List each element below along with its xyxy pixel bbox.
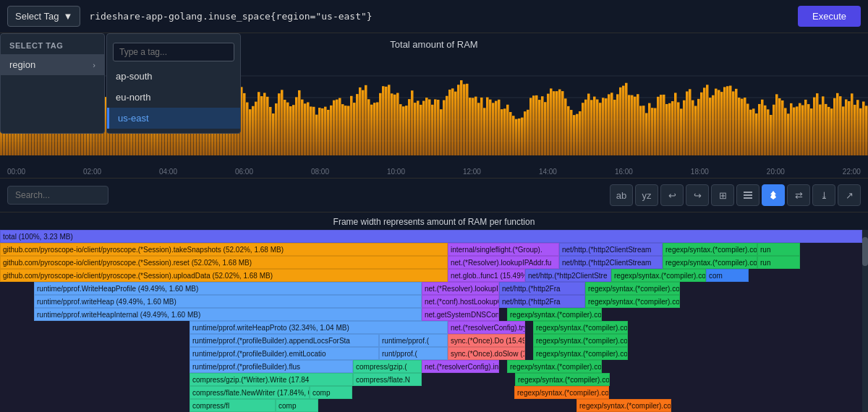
flame-block[interactable]: [422, 373, 430, 386]
flame-block[interactable]: [507, 373, 515, 386]
flame-block[interactable]: regexp/syntax.(*compiler).compil: [611, 269, 706, 282]
flame-block[interactable]: github.com/pyroscope-io/client/pyroscope…: [0, 269, 448, 282]
toolbar-download-button[interactable]: ⤓: [812, 184, 835, 206]
query-input[interactable]: [86, 7, 792, 26]
flame-block[interactable]: [499, 360, 507, 373]
flame-block[interactable]: regexp/syntax.(*compiler).compil: [576, 399, 671, 412]
toolbar-share-button[interactable]: ↗: [838, 184, 861, 206]
dropdown-header: SELECT TAG: [1, 38, 104, 54]
flame-block[interactable]: compress/fl: [190, 399, 276, 412]
flame-block[interactable]: sync.(*Once).doSlow (15.49%, 0.: [448, 347, 525, 360]
toolbar-ab-button[interactable]: ab: [610, 184, 633, 206]
flame-block[interactable]: [430, 373, 507, 386]
flame-block[interactable]: compress/gzip.(*Writer).Write (17.84: [190, 373, 353, 386]
toolbar-redo-button[interactable]: ↪: [686, 184, 709, 206]
flame-block[interactable]: regexp/syntax.(*compiler).compil: [514, 386, 609, 399]
flame-block[interactable]: net/http.(*http2ClientStream: [559, 243, 663, 256]
select-tag-button[interactable]: Select Tag ▼: [7, 6, 80, 27]
flame-block[interactable]: runtime/pprof.writeHeapInternal (49.49%,…: [34, 308, 422, 321]
flame-block[interactable]: regexp/syntax.(*compiler).compil: [507, 308, 602, 321]
flame-block[interactable]: [525, 334, 533, 347]
flame-block[interactable]: regexp/syntax.(*compiler).compil: [585, 295, 680, 308]
flame-block[interactable]: regexp/syntax.(*compiler).compil: [533, 321, 628, 334]
flame-block[interactable]: [0, 334, 190, 347]
svg-rect-152: [428, 99, 431, 155]
flame-block[interactable]: runtime/pprof.writeHeapProto (32.34%, 1.…: [190, 321, 448, 334]
flame-block[interactable]: com: [706, 269, 749, 282]
flame-block[interactable]: net/http.(*http2ClientStre: [525, 269, 611, 282]
flame-block[interactable]: github.com/pyroscope-io/client/pyroscope…: [0, 256, 448, 269]
tag-option-eu-north[interactable]: eu-north: [107, 87, 240, 108]
flame-block[interactable]: github.com/pyroscope-io/client/pyroscope…: [0, 243, 448, 256]
flame-block[interactable]: [0, 399, 190, 412]
svg-rect-94: [260, 96, 263, 155]
flame-block[interactable]: net/http.(*http2ClientStream: [559, 256, 663, 269]
flame-block[interactable]: [499, 308, 507, 321]
flame-block[interactable]: compress/gzip.(: [353, 360, 422, 373]
flame-block[interactable]: [0, 321, 190, 334]
tag-option-ap-south[interactable]: ap-south: [107, 66, 240, 87]
flame-block[interactable]: regexp/syntax.(*compiler).compil: [507, 360, 602, 373]
flame-block[interactable]: [352, 386, 421, 399]
flame-block[interactable]: [506, 386, 514, 399]
flame-block[interactable]: regexp/syntax.(*compiler).compil: [533, 347, 628, 360]
flame-block[interactable]: net/http.(*http2Fra: [499, 282, 585, 295]
flame-block[interactable]: total (100%, 3.23 MB): [0, 230, 862, 243]
flame-block[interactable]: run: [757, 256, 800, 269]
flame-block[interactable]: net.(*resolverConfig).init (15.: [422, 360, 499, 373]
toolbar-compare-button[interactable]: ⇄: [787, 184, 810, 206]
flame-block[interactable]: net/http.(*http2Fra: [499, 295, 585, 308]
flame-block[interactable]: net.(*Resolver).lookupIP (15.49: [422, 282, 499, 295]
flame-block[interactable]: runtime/pprof.(*profileBuilder).appendLo…: [190, 334, 379, 347]
flame-block[interactable]: compress/flate.N: [353, 373, 422, 386]
flame-block[interactable]: runtime/pprof.WriteHeapProfile (49.49%, …: [34, 282, 422, 295]
flame-block[interactable]: internal/singleflight.(*Group).: [448, 243, 559, 256]
flame-block[interactable]: regexp/syntax.(*compiler).compil: [533, 334, 628, 347]
flame-block[interactable]: runtime/pprof.writeHeap (49.49%, 1.60 MB…: [34, 295, 422, 308]
flame-block[interactable]: [525, 347, 533, 360]
flame-block[interactable]: [0, 373, 190, 386]
svg-rect-303: [865, 106, 868, 155]
flame-block[interactable]: [525, 321, 533, 334]
toolbar-yz-button[interactable]: yz: [635, 184, 658, 206]
flame-block[interactable]: [0, 295, 34, 308]
flamegraph-container[interactable]: total (100%, 3.23 MB)github.com/pyroscop…: [0, 230, 868, 412]
scrollbar-right[interactable]: [862, 230, 868, 412]
flame-block[interactable]: [0, 282, 34, 295]
flame-block[interactable]: compress/flate.NewWriter (17.84%, 0.: [190, 386, 310, 399]
flame-block[interactable]: runtime/pprof.(: [379, 334, 448, 347]
flame-block[interactable]: comp: [276, 399, 318, 412]
flame-block[interactable]: regexp/syntax.(*compiler).compil: [515, 373, 610, 386]
tag-option-us-east[interactable]: us-east: [107, 108, 240, 129]
flame-block[interactable]: net.getSystemDNSConfig (15.49%,: [422, 308, 499, 321]
flame-block[interactable]: [0, 347, 190, 360]
toolbar-flame-button[interactable]: [762, 184, 785, 206]
flame-row: compress/flcompregexp/syntax.(*compiler)…: [0, 399, 868, 412]
flame-block[interactable]: regexp/syntax.(*compiler).compil: [663, 243, 757, 256]
flame-block[interactable]: sync.(*Once).Do (15.49%, 0.50 M: [448, 334, 525, 347]
dropdown-region-item[interactable]: region ›: [1, 54, 104, 75]
flame-block[interactable]: net.(*conf).hostLookupOrder (15.: [422, 295, 499, 308]
flame-block[interactable]: regexp/syntax.(*compiler).compil: [585, 282, 680, 295]
flame-block[interactable]: comp: [310, 386, 352, 399]
flame-block[interactable]: net.glob..func1 (15.49%, 0.50 M: [448, 269, 525, 282]
flame-block[interactable]: run: [757, 243, 800, 256]
flame-block[interactable]: runtime/pprof.(*profileBuilder).emitLoca…: [190, 347, 379, 360]
toolbar-undo-button[interactable]: ↩: [660, 184, 684, 206]
toolbar-sandwich-button[interactable]: [736, 184, 760, 206]
flame-block[interactable]: net.(*Resolver).lookupIPAddr.fu: [448, 256, 559, 269]
flame-block[interactable]: [318, 399, 576, 412]
flame-block[interactable]: [429, 386, 506, 399]
flame-block[interactable]: runtime/pprof.(*profileBuilder).flus: [190, 360, 353, 373]
flame-block[interactable]: [0, 386, 190, 399]
search-input[interactable]: [7, 186, 109, 205]
flame-block[interactable]: [0, 360, 190, 373]
tag-search-input[interactable]: [113, 43, 234, 61]
flame-block[interactable]: [0, 308, 34, 321]
flame-block[interactable]: [421, 386, 429, 399]
flame-block[interactable]: runt/pprof.(: [379, 347, 448, 360]
flame-block[interactable]: regexp/syntax.(*compiler).compil: [663, 256, 757, 269]
execute-button[interactable]: Execute: [798, 6, 861, 27]
toolbar-table-button[interactable]: ⊞: [711, 184, 734, 206]
flame-block[interactable]: net.(*resolverConfig).tryUpdate: [448, 321, 525, 334]
